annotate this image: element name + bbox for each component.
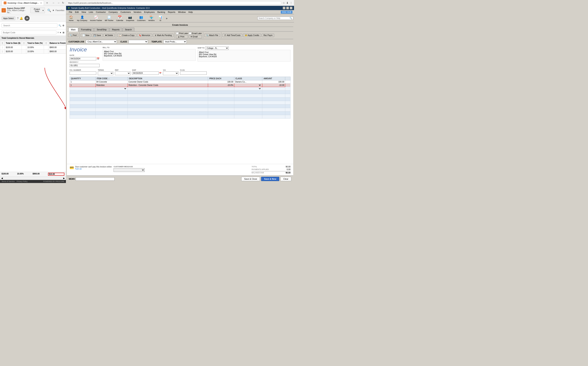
scroll-left-icon[interactable]: ◀: [1, 177, 3, 180]
class-select[interactable]: [129, 40, 148, 44]
menu-employees[interactable]: Employees: [143, 10, 156, 14]
minimize-button[interactable]: _: [283, 7, 286, 9]
rec-paym-button[interactable]: Rec Paym: [262, 34, 274, 37]
description-1[interactable]: Concrete Owner Costs: [128, 80, 208, 84]
tab-main[interactable]: Main: [68, 28, 78, 31]
tab-search[interactable]: Search: [123, 28, 134, 31]
print-later-checkbox[interactable]: Print Later: [176, 32, 188, 35]
ship-calendar-icon[interactable]: 📅: [159, 72, 162, 74]
menu-lists[interactable]: Lists: [88, 10, 94, 14]
customer-message-select[interactable]: [114, 168, 145, 172]
add-time-costs-button[interactable]: ⏱ Add Time/Costs: [222, 34, 242, 37]
toolbar-home[interactable]: 🏠 Home: [67, 15, 75, 22]
class-3-select[interactable]: [235, 87, 262, 90]
qb-search-input[interactable]: [258, 17, 290, 19]
invoice-number-input[interactable]: [70, 64, 100, 67]
print-later-input[interactable]: [176, 32, 178, 35]
class-3-dropdown[interactable]: [234, 87, 262, 91]
new-tab-button[interactable]: +: [45, 1, 49, 5]
toolbar-ei[interactable]: 📊 Ei: [156, 15, 165, 22]
avatar[interactable]: JA: [24, 16, 29, 21]
maximize-button[interactable]: □: [286, 7, 289, 9]
url-bar[interactable]: https://us02.procore.com/webclients/host…: [66, 1, 281, 5]
budget-code-arrow-icon[interactable]: ▾: [60, 31, 61, 34]
fob-input[interactable]: [180, 71, 207, 75]
email-later-checkbox[interactable]: Email Later: [189, 32, 202, 35]
memo-input[interactable]: [76, 177, 115, 181]
memorize-button[interactable]: 🔖 Memorize: [137, 34, 152, 37]
tab-send-ship[interactable]: Send/Ship: [94, 28, 109, 31]
menu-file[interactable]: File: [68, 10, 74, 14]
th-item-sort-icon[interactable]: ⋮: [108, 78, 110, 80]
save-close-button[interactable]: Save & Close: [241, 177, 260, 181]
menu-contractor[interactable]: Contractor: [95, 10, 107, 14]
terms-select[interactable]: [98, 71, 113, 75]
toolbar-customers[interactable]: 👥 Customers: [136, 15, 147, 22]
qty-2[interactable]: 1: [70, 84, 96, 87]
menu-company[interactable]: Company: [107, 10, 119, 14]
refresh-button[interactable]: ↻: [61, 1, 65, 5]
menu-customers[interactable]: Customers: [119, 10, 132, 14]
back-button[interactable]: ←: [51, 1, 56, 5]
search-icon[interactable]: 🔍: [47, 8, 51, 12]
find-button[interactable]: 🔍 Find: [68, 34, 78, 37]
disc-hub-btn[interactable]: DISC HUB: [281, 11, 293, 14]
save-button[interactable]: 💾 Save: [92, 34, 103, 37]
browser-tab[interactable]: C Invoicing • Cruz, Albert:Cottage... ✕: [1, 0, 44, 6]
search-go-icon[interactable]: 🔍: [290, 17, 292, 19]
terms-link[interactable]: Terms of Service: [1, 181, 15, 183]
bookmark-icon[interactable]: ☆: [283, 1, 285, 4]
favorites-label[interactable]: Favorites: [56, 9, 64, 11]
apply-credits-button[interactable]: 💳 Apply Credits: [243, 34, 261, 37]
tab-formatting[interactable]: Formatting: [79, 28, 94, 31]
delete-button[interactable]: ✖ Delete: [103, 34, 115, 37]
tab-reports[interactable]: Reports: [110, 28, 122, 31]
ship-date-input[interactable]: [132, 71, 159, 75]
turn-on-link[interactable]: Turn on: [75, 168, 112, 170]
menu-reports[interactable]: Reports: [167, 10, 176, 14]
price-1[interactable]: 100.00: [208, 80, 234, 84]
print-button[interactable]: 🖨 Print: [176, 35, 188, 38]
save-new-button[interactable]: Save & New: [261, 177, 279, 181]
close-button[interactable]: ✕: [290, 7, 293, 9]
email-button[interactable]: ✉ Email: [189, 35, 202, 38]
toolbar-snapshots[interactable]: 📷 Snapshots: [125, 15, 136, 22]
clear-button[interactable]: Clear: [280, 177, 291, 181]
toolbar-my-company[interactable]: 👤 My Company: [76, 15, 88, 22]
forward-button[interactable]: →: [56, 1, 60, 5]
menu-help[interactable]: Help: [187, 10, 194, 14]
item-code-3-select[interactable]: [96, 87, 127, 90]
menu-view[interactable]: View: [80, 10, 87, 14]
qty-1[interactable]: 1: [70, 80, 96, 84]
menu-window[interactable]: Window: [177, 10, 187, 14]
menu-edit[interactable]: Edit: [74, 10, 80, 14]
download-icon[interactable]: ⬇: [286, 1, 288, 4]
item-code-2[interactable]: Retention: [96, 84, 128, 87]
class-2[interactable]: [234, 84, 262, 87]
rep-select[interactable]: [115, 71, 131, 75]
item-code-3-dropdown[interactable]: [96, 87, 128, 91]
apps-select-button[interactable]: Apps Select: [1, 16, 15, 20]
project-tools-button[interactable]: Project Tools ▾: [30, 8, 45, 13]
description-2[interactable]: Retention - Concrete Owner Costs: [128, 84, 208, 87]
privacy-link[interactable]: Privacy Policy: [17, 181, 28, 183]
po-number-input[interactable]: [70, 71, 96, 75]
toolbar-vendors[interactable]: 🏪 Vendors: [147, 15, 156, 22]
toolbar-income-tracker[interactable]: 📈 Income Tracker: [89, 15, 103, 22]
toolbar-calendar[interactable]: 📅 Calendar: [115, 15, 125, 22]
amount-2[interactable]: -10.00: [262, 84, 285, 87]
scroll-right-icon[interactable]: ▶: [63, 177, 65, 180]
menu-icon[interactable]: ⋮: [290, 1, 293, 4]
close-icon[interactable]: ✕: [40, 2, 42, 4]
help-icon[interactable]: ?: [17, 17, 18, 20]
create-copy-button[interactable]: 📋 Create a Copy: [117, 34, 136, 37]
columns-icon[interactable]: ⊞: [63, 31, 64, 34]
ship-to-dropdown[interactable]: Cottage - N...: [205, 46, 229, 50]
budget-code-input[interactable]: [1, 30, 56, 34]
date-picker-icon[interactable]: 📅: [97, 57, 100, 60]
email-later-input[interactable]: [189, 32, 191, 35]
star-icon[interactable]: ★: [52, 9, 54, 12]
bell-icon[interactable]: 🔔: [20, 17, 23, 20]
customer-job-select[interactable]: Cruz, Albert:Cot...: [86, 40, 117, 44]
attach-file-button[interactable]: 📎 Attach File: [204, 34, 220, 37]
